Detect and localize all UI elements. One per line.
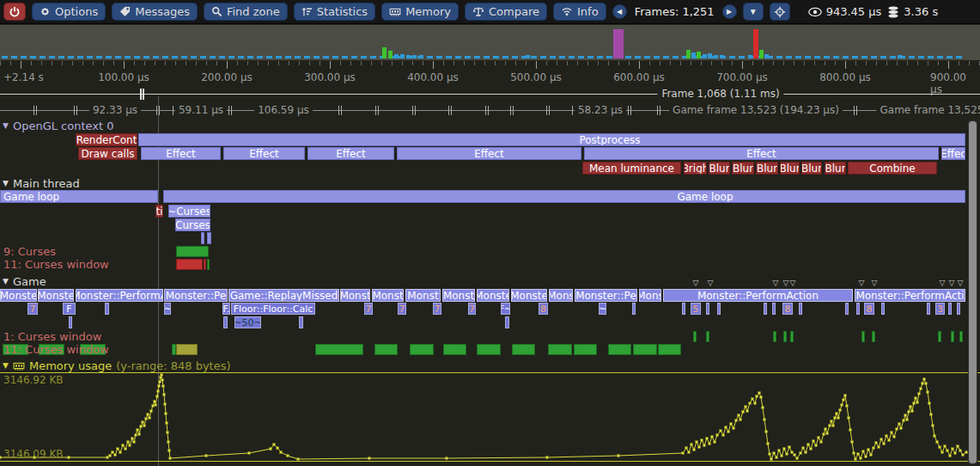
zone-effect[interactable]: Effect: [141, 147, 221, 160]
scrollbar-thumb[interactable]: [969, 121, 977, 463]
zone-zone[interactable]: [105, 303, 109, 315]
zone-monst[interactable]: Monst: [405, 289, 441, 302]
zone-curses[interactable]: Curses: [175, 218, 210, 231]
zone-7[interactable]: 7: [364, 303, 373, 315]
zone-7[interactable]: 7: [398, 303, 406, 315]
lock-bar[interactable]: [176, 259, 203, 270]
lock-bar[interactable]: [658, 344, 681, 355]
lock-bar[interactable]: [574, 344, 597, 355]
collapse-triangle-icon[interactable]: ▼: [3, 120, 9, 132]
zone-zone[interactable]: [632, 303, 636, 315]
zone-zone[interactable]: [927, 303, 930, 315]
memory-usage-graph[interactable]: [0, 372, 980, 466]
zone-8[interactable]: 8: [782, 303, 793, 315]
zone-zone[interactable]: [948, 303, 952, 315]
zone-mons[interactable]: Mons: [639, 289, 661, 302]
message-marker-icon[interactable]: ▽: [790, 279, 796, 287]
zone-game-loop[interactable]: Game loop: [0, 190, 158, 203]
collapse-triangle-icon[interactable]: ▼: [3, 276, 9, 287]
lock-bar[interactable]: [872, 331, 875, 342]
zone-zone[interactable]: [682, 303, 685, 315]
lock-bar[interactable]: [633, 344, 657, 355]
zone-zone[interactable]: [799, 303, 802, 315]
zone-zone[interactable]: [772, 303, 776, 315]
message-marker-icon[interactable]: ▽: [783, 279, 789, 287]
zone-monst[interactable]: Monst: [340, 289, 370, 302]
message-marker-icon[interactable]: ▽: [859, 279, 865, 287]
zone-blur[interactable]: Blur: [709, 162, 730, 175]
zone-brigh[interactable]: Brigh: [684, 162, 707, 175]
zone-effect[interactable]: Effect: [584, 147, 939, 160]
lock-bar[interactable]: [512, 344, 535, 355]
zone-effect[interactable]: Effect: [223, 147, 305, 160]
lock-bar[interactable]: [176, 344, 198, 355]
zone-5[interactable]: 5: [691, 303, 701, 315]
message-marker-icon[interactable]: ▽: [708, 279, 714, 287]
zone-monst[interactable]: Monst: [442, 289, 475, 302]
zone-monster-performaction[interactable]: Monster::PerformAction: [663, 289, 853, 302]
zone-3[interactable]: 3: [935, 303, 945, 315]
zone-effec[interactable]: Effec: [941, 147, 965, 160]
zone-game-replaymissed[interactable]: Game::ReplayMissed: [228, 289, 339, 302]
message-marker-icon[interactable]: ▽: [958, 279, 964, 287]
zone-zone[interactable]: ~: [164, 303, 171, 315]
lock-bar[interactable]: [204, 259, 206, 270]
zone-zone[interactable]: [201, 232, 204, 244]
zone-50[interactable]: ~50~: [234, 316, 261, 328]
zone-zone[interactable]: [505, 316, 509, 328]
lock-bar[interactable]: [176, 246, 209, 257]
zone-monste[interactable]: Monste: [477, 289, 509, 302]
lock-bar[interactable]: [477, 344, 501, 355]
zone-f[interactable]: F~: [501, 303, 510, 315]
zone-curses[interactable]: ~Curses: [168, 205, 210, 218]
zone-7[interactable]: 7: [433, 303, 441, 315]
zone-zone[interactable]: [764, 303, 767, 315]
message-marker-icon[interactable]: ▽: [693, 279, 699, 287]
zone-zone[interactable]: [299, 316, 303, 328]
zone-monster-pe[interactable]: Monster::Pe: [575, 289, 637, 302]
collapse-triangle-icon[interactable]: ▼: [3, 360, 9, 371]
zone-mean-luminance[interactable]: Mean luminance: [582, 162, 681, 175]
zone-zone[interactable]: [856, 303, 860, 315]
zone-draw-calls[interactable]: Draw calls: [78, 147, 137, 160]
zone-ti[interactable]: ti: [155, 205, 163, 218]
zone-blur[interactable]: Blur: [780, 162, 800, 175]
zone-zone[interactable]: [717, 303, 721, 315]
lock-bar[interactable]: [315, 344, 363, 355]
lock-bar[interactable]: [443, 344, 466, 355]
zone-7[interactable]: 7: [468, 303, 476, 315]
zone-7[interactable]: 7: [27, 303, 38, 315]
zone-blur[interactable]: Blur: [756, 162, 778, 175]
zone-blur[interactable]: Blur: [801, 162, 822, 175]
zone-zone[interactable]: [957, 303, 960, 315]
lock-bar[interactable]: [706, 331, 709, 342]
zone-monste[interactable]: Monste: [0, 289, 37, 302]
zone-monster-pe[interactable]: Monster::Pe: [164, 289, 228, 302]
zone-f[interactable]: F.: [222, 303, 230, 315]
zone-combine[interactable]: Combine: [848, 162, 937, 175]
zone-zone[interactable]: [845, 303, 849, 315]
zone-zone[interactable]: [223, 316, 228, 328]
lock-bar[interactable]: [608, 344, 631, 355]
lock-bar[interactable]: [938, 331, 941, 342]
zone-8[interactable]: 8: [864, 303, 874, 315]
zone-mons[interactable]: Mons: [549, 289, 573, 302]
zone-8[interactable]: 8: [539, 303, 548, 315]
collapse-triangle-icon[interactable]: ▼: [3, 178, 9, 189]
message-marker-icon[interactable]: ▽: [872, 279, 878, 287]
zone-monster-performacti[interactable]: Monster::PerformActi: [855, 289, 965, 302]
zone-zone[interactable]: [207, 232, 211, 244]
lock-bar[interactable]: [773, 331, 776, 342]
zone-floor-floor-calc[interactable]: Floor::Floor::Calc: [231, 303, 315, 315]
zone-monst[interactable]: Monst: [372, 289, 404, 302]
lock-bar[interactable]: [548, 344, 572, 355]
lock-bar[interactable]: [959, 331, 963, 342]
zone-effect[interactable]: Effect: [397, 147, 581, 160]
zone-blur[interactable]: Blur: [825, 162, 846, 175]
lock-bar[interactable]: [693, 331, 697, 342]
zone-monste[interactable]: Monste: [511, 289, 547, 302]
zone-zone[interactable]: [706, 303, 709, 315]
zone-zone[interactable]: [69, 316, 72, 328]
zone-zone[interactable]: [881, 303, 885, 315]
message-marker-icon[interactable]: ▽: [940, 279, 946, 287]
